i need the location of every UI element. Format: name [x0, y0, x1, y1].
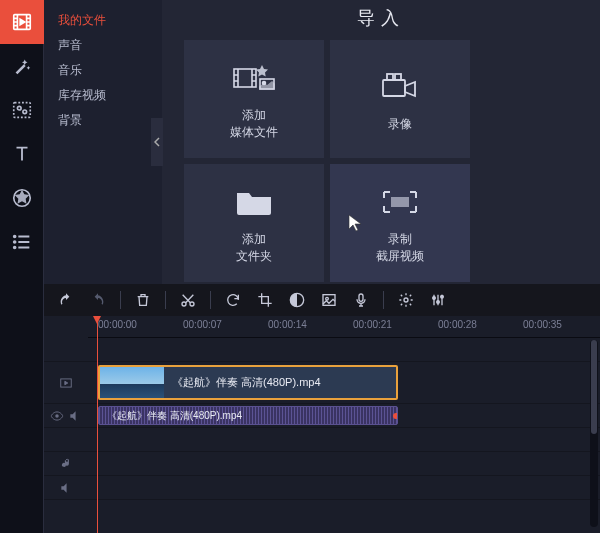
- audio-clip[interactable]: 《起航》伴奏 高清(480P).mp4: [98, 406, 398, 425]
- svg-point-24: [441, 295, 444, 298]
- rail-media[interactable]: [0, 0, 44, 44]
- svg-point-5: [14, 236, 16, 238]
- music-track-head: [44, 452, 88, 475]
- rail-stickers[interactable]: [0, 176, 44, 220]
- clip-handle[interactable]: [393, 413, 398, 419]
- tile-label: 添加: [242, 232, 266, 246]
- svg-point-16: [190, 302, 194, 306]
- equalizer-button[interactable]: [424, 288, 452, 312]
- svg-point-7: [14, 247, 16, 249]
- audio-track-head: [44, 404, 88, 427]
- sfx-track-head: [44, 476, 88, 499]
- redo-button[interactable]: [84, 288, 112, 312]
- tile-label: 添加: [242, 108, 266, 122]
- svg-point-15: [182, 302, 186, 306]
- source-my-files[interactable]: 我的文件: [44, 8, 162, 33]
- tile-label: 录像: [388, 117, 412, 131]
- eye-icon: [50, 409, 64, 423]
- rail-filters[interactable]: [0, 88, 44, 132]
- svg-point-6: [14, 241, 16, 243]
- svg-point-23: [437, 301, 440, 304]
- camera-icon: [379, 66, 421, 108]
- video-track-head: [44, 362, 88, 403]
- tile-add-folder[interactable]: 添加文件夹: [184, 164, 324, 282]
- svg-rect-12: [387, 74, 393, 80]
- ruler-tick: 00:00:07: [183, 319, 222, 330]
- ruler-tick: 00:00:14: [268, 319, 307, 330]
- svg-rect-20: [359, 294, 363, 301]
- ruler-tick: 00:00:21: [353, 319, 392, 330]
- time-ruler[interactable]: 00:00:00 00:00:07 00:00:14 00:00:21 00:0…: [88, 316, 600, 338]
- tile-label: 文件夹: [236, 249, 272, 263]
- video-clip[interactable]: 《起航》伴奏 高清(480P).mp4: [98, 365, 398, 400]
- color-button[interactable]: [283, 288, 311, 312]
- folder-icon: [235, 181, 273, 223]
- vertical-scrollbar[interactable]: [590, 340, 598, 527]
- clip-name: 《起航》伴奏 高清(480P).mp4: [99, 409, 250, 423]
- clip-thumbnail: [100, 367, 164, 398]
- rotate-button[interactable]: [219, 288, 247, 312]
- clip-name: 《起航》伴奏 高清(480P).mp4: [164, 375, 329, 390]
- svg-point-19: [326, 297, 329, 300]
- crop-button[interactable]: [251, 288, 279, 312]
- music-note-icon: [59, 457, 73, 471]
- svg-rect-14: [392, 198, 408, 206]
- speaker-icon: [59, 481, 73, 495]
- mic-button[interactable]: [347, 288, 375, 312]
- screen-record-icon: [380, 181, 420, 223]
- tile-label: 媒体文件: [230, 125, 278, 139]
- left-rail: [0, 0, 44, 533]
- delete-button[interactable]: [129, 288, 157, 312]
- ruler-tick: 00:00:28: [438, 319, 477, 330]
- tile-label: 录制: [388, 232, 412, 246]
- source-background[interactable]: 背景: [44, 108, 162, 133]
- svg-rect-1: [14, 103, 31, 118]
- cursor-icon: [348, 214, 362, 235]
- tile-label: 截屏视频: [376, 249, 424, 263]
- timeline: 00:00:00 00:00:07 00:00:14 00:00:21 00:0…: [44, 316, 600, 533]
- ruler-tick: 00:00:00: [98, 319, 137, 330]
- source-sound[interactable]: 声音: [44, 33, 162, 58]
- import-title: 导入: [162, 6, 600, 30]
- svg-point-22: [433, 297, 436, 300]
- speaker-icon: [68, 409, 82, 423]
- playhead[interactable]: [97, 316, 98, 533]
- svg-rect-13: [395, 74, 401, 80]
- svg-point-21: [404, 298, 408, 302]
- rail-text[interactable]: [0, 132, 44, 176]
- source-list: 我的文件 声音 音乐 库存视频 背景: [44, 0, 162, 284]
- settings-button[interactable]: [392, 288, 420, 312]
- svg-rect-11: [383, 80, 405, 96]
- cut-button[interactable]: [174, 288, 202, 312]
- collapse-handle[interactable]: [151, 118, 163, 166]
- svg-point-2: [17, 106, 21, 110]
- image-button[interactable]: [315, 288, 343, 312]
- tile-record-camera[interactable]: 录像: [330, 40, 470, 158]
- svg-point-3: [23, 110, 27, 114]
- tile-record-screen[interactable]: 录制截屏视频: [330, 164, 470, 282]
- ruler-tick: 00:00:35: [523, 319, 562, 330]
- source-music[interactable]: 音乐: [44, 58, 162, 83]
- source-stock-video[interactable]: 库存视频: [44, 83, 162, 108]
- svg-point-26: [55, 414, 59, 418]
- rail-list[interactable]: [0, 220, 44, 264]
- scrollbar-thumb[interactable]: [591, 340, 597, 434]
- tile-add-media[interactable]: 添加媒体文件: [184, 40, 324, 158]
- media-files-icon: [232, 57, 276, 99]
- rail-wand[interactable]: [0, 44, 44, 88]
- undo-button[interactable]: [52, 288, 80, 312]
- video-track-icon: [59, 376, 73, 390]
- timeline-toolbar: [44, 284, 600, 316]
